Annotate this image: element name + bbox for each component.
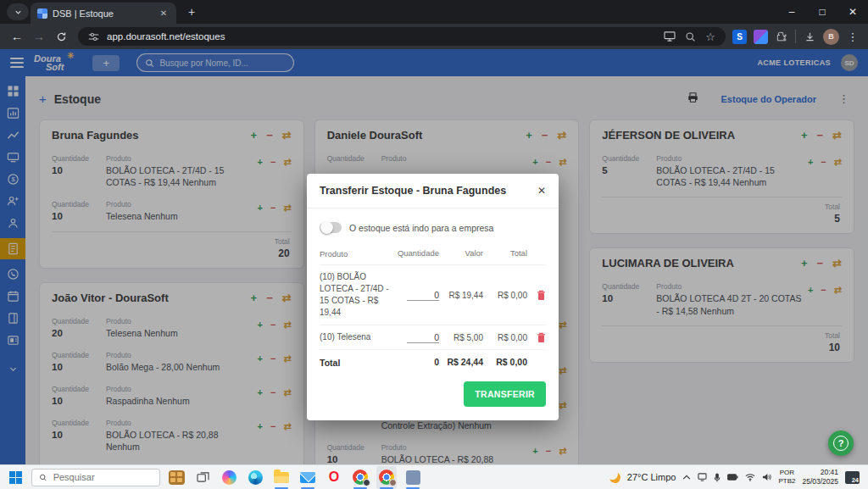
zoom-icon[interactable] bbox=[683, 30, 697, 43]
modal-row-total: R$ 0,00 bbox=[483, 333, 527, 342]
url-text: app.dourasoft.net/estoques bbox=[107, 31, 656, 42]
taskbar-app-opera[interactable]: O bbox=[324, 466, 344, 489]
window-controls: – □ ✕ bbox=[776, 0, 868, 24]
browser-titlebar: DSB | Estoque ✕ + – □ ✕ bbox=[0, 0, 868, 24]
clock[interactable]: 20:4125/03/2025 bbox=[802, 468, 838, 486]
site-settings-icon[interactable] bbox=[86, 30, 100, 43]
tab-title: DSB | Estoque bbox=[53, 8, 153, 19]
toggle-label: O estoque está indo para a empresa bbox=[349, 223, 493, 233]
taskbar-app-edge[interactable] bbox=[245, 466, 265, 489]
task-view-icon bbox=[197, 472, 209, 483]
weather-text[interactable]: 27°C Limpo bbox=[627, 472, 676, 482]
address-bar[interactable]: app.dourasoft.net/estoques ☆ bbox=[78, 27, 726, 46]
taskbar-app-explorer[interactable] bbox=[271, 466, 292, 489]
taskbar-search-input[interactable] bbox=[53, 472, 153, 482]
modal-table-header: Produto Quantidade Valor Total bbox=[320, 245, 546, 265]
tray-expand-chevron-icon[interactable] bbox=[682, 474, 691, 481]
modal-unit-value: R$ 19,44 bbox=[439, 291, 483, 300]
modal-product-name: (10) BOLÃO LOTECA - 2T/4D - 15 COTAS - R… bbox=[320, 271, 395, 319]
toolbar-extensions: S B ⋮ bbox=[732, 29, 861, 45]
bookmark-star-icon[interactable]: ☆ bbox=[704, 30, 717, 43]
modal-total-row: Total 0 R$ 24,44 R$ 0,00 bbox=[320, 350, 546, 371]
modal-product-row: (10) Telesena R$ 5,00 R$ 0,00 bbox=[320, 325, 546, 350]
help-button[interactable]: ? bbox=[828, 431, 854, 456]
start-button[interactable] bbox=[5, 466, 25, 489]
taskbar-app-copilot[interactable] bbox=[219, 466, 239, 489]
notification-center[interactable]: 24 bbox=[845, 471, 860, 484]
extensions-puzzle-icon[interactable] bbox=[775, 30, 788, 43]
toolbar-divider bbox=[795, 30, 796, 43]
file-explorer-icon bbox=[274, 472, 289, 483]
new-tab-button[interactable]: + bbox=[181, 2, 202, 22]
modal-quantity-input[interactable] bbox=[407, 332, 439, 343]
refresh-button[interactable] bbox=[51, 26, 71, 47]
modal-close-icon[interactable]: ✕ bbox=[537, 185, 546, 197]
notification-count-badge: 24 bbox=[852, 476, 859, 484]
taskbar-app-chrome-2[interactable] bbox=[376, 466, 397, 489]
download-icon[interactable] bbox=[803, 30, 816, 43]
modal-total-value: R$ 24,44 bbox=[439, 357, 483, 370]
windows-taskbar: O 27°C Limpo PORPTB2 20:4125/03/2025 24 bbox=[0, 464, 868, 489]
forward-button[interactable]: → bbox=[29, 26, 49, 47]
modal-product-row: (10) BOLÃO LOTECA - 2T/4D - 15 COTAS - R… bbox=[320, 265, 546, 325]
extension-colored-icon[interactable] bbox=[754, 30, 768, 44]
modal-product-name: (10) Telesena bbox=[320, 331, 395, 343]
modal-total-label: Total bbox=[320, 357, 395, 370]
opera-icon: O bbox=[329, 470, 339, 485]
browser-tab[interactable]: DSB | Estoque ✕ bbox=[31, 3, 176, 24]
send-to-device-icon[interactable] bbox=[663, 30, 676, 43]
browser-profile-avatar[interactable]: B bbox=[823, 29, 839, 45]
waffle-game-icon bbox=[169, 470, 185, 485]
company-toggle[interactable] bbox=[320, 222, 342, 233]
mail-icon bbox=[300, 472, 315, 483]
transfer-button[interactable]: TRANSFERIR bbox=[464, 381, 546, 407]
taskbar-app-mail[interactable] bbox=[298, 466, 318, 489]
taskbar-search-icon bbox=[39, 473, 47, 482]
taskbar-app-other[interactable] bbox=[403, 466, 423, 489]
battery-icon[interactable] bbox=[727, 474, 738, 481]
wifi-icon[interactable] bbox=[745, 473, 755, 481]
delete-row-button[interactable] bbox=[527, 290, 546, 301]
tab-search-chevron-icon[interactable] bbox=[7, 3, 29, 20]
tab-favicon bbox=[37, 8, 47, 19]
task-view-button[interactable] bbox=[192, 466, 213, 489]
help-question-icon: ? bbox=[833, 436, 849, 451]
close-window-button[interactable]: ✕ bbox=[837, 0, 868, 24]
maximize-button[interactable]: □ bbox=[807, 0, 837, 24]
volume-icon[interactable] bbox=[762, 473, 771, 481]
taskbar-search[interactable] bbox=[31, 469, 160, 486]
transfer-modal: Transferir Estoque - Bruna Fagundes ✕ O … bbox=[307, 174, 559, 420]
chrome-icon bbox=[379, 470, 394, 485]
modal-unit-value: R$ 5,00 bbox=[439, 333, 483, 342]
system-tray: 27°C Limpo PORPTB2 20:4125/03/2025 24 bbox=[609, 468, 863, 486]
taskbar-app-chrome-1[interactable] bbox=[350, 466, 370, 489]
delete-row-button[interactable] bbox=[527, 332, 546, 343]
extension-s-icon[interactable]: S bbox=[732, 30, 747, 44]
minimize-button[interactable]: – bbox=[776, 0, 807, 24]
browser-menu-kebab-icon[interactable]: ⋮ bbox=[846, 31, 860, 43]
modal-rows: (10) BOLÃO LOTECA - 2T/4D - 15 COTAS - R… bbox=[320, 265, 546, 350]
taskbar-app-game[interactable] bbox=[166, 466, 186, 489]
browser-toolbar: ← → app.dourasoft.net/estoques ☆ S B ⋮ bbox=[0, 24, 868, 49]
copilot-icon bbox=[222, 470, 236, 485]
col-total: Total bbox=[483, 248, 527, 259]
modal-title: Transferir Estoque - Bruna Fagundes bbox=[320, 185, 506, 197]
tab-close-icon[interactable]: ✕ bbox=[158, 8, 170, 19]
col-produto: Produto bbox=[320, 248, 395, 259]
modal-quantity-input[interactable] bbox=[407, 290, 439, 301]
modal-total-qty: 0 bbox=[395, 357, 439, 370]
back-button[interactable]: ← bbox=[7, 26, 27, 47]
col-valor: Valor bbox=[439, 248, 483, 259]
modal-total-sum: R$ 0,00 bbox=[483, 357, 527, 370]
chrome-icon bbox=[353, 470, 368, 485]
modal-row-total: R$ 0,00 bbox=[483, 291, 527, 300]
language-indicator[interactable]: PORPTB2 bbox=[778, 469, 795, 486]
edge-icon bbox=[248, 470, 263, 485]
virtual-desktop-icon[interactable] bbox=[698, 473, 707, 481]
microphone-icon[interactable] bbox=[714, 473, 721, 482]
app-icon bbox=[406, 470, 420, 485]
col-quantidade: Quantidade bbox=[395, 248, 439, 259]
weather-moon-icon[interactable] bbox=[608, 470, 621, 484]
